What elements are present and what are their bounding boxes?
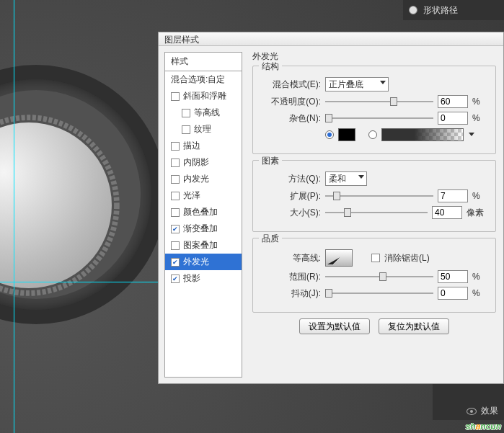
technique-label: 方法(Q): <box>262 173 321 185</box>
gear-teeth-icon <box>0 114 120 297</box>
style-checkbox[interactable] <box>182 125 190 134</box>
watermark: shancun <box>466 416 501 433</box>
size-input[interactable] <box>432 206 462 219</box>
style-checkbox[interactable] <box>171 175 180 184</box>
noise-slider[interactable] <box>325 112 433 125</box>
guide-vertical <box>14 0 14 433</box>
size-label: 大小(S): <box>262 207 321 219</box>
jitter-slider[interactable] <box>325 287 433 300</box>
contour-picker[interactable] <box>325 249 353 267</box>
range-slider[interactable] <box>325 270 433 283</box>
dialog-title: 图层样式 <box>159 32 503 46</box>
style-label: 等高线 <box>194 107 220 119</box>
elements-group: 图素 方法(Q): 柔和 扩展(P): % 大小(S): 像素 <box>252 160 496 232</box>
size-slider[interactable] <box>325 206 428 219</box>
style-checkbox[interactable] <box>171 208 180 217</box>
style-row[interactable]: 内发光 <box>165 171 242 187</box>
range-unit: % <box>472 272 487 282</box>
layers-panel-stub: 效果 <box>433 384 504 420</box>
range-label: 范围(R): <box>262 271 321 283</box>
effect-title: 外发光 <box>252 50 496 63</box>
jitter-label: 抖动(J): <box>262 287 321 300</box>
spread-slider[interactable] <box>325 189 433 202</box>
style-label: 内阴影 <box>183 156 209 169</box>
structure-group: 结构 混合模式(E): 正片叠底 不透明度(O): % 杂色(N): % <box>252 66 496 154</box>
size-unit: 像素 <box>467 207 487 219</box>
style-label: 描边 <box>183 140 200 152</box>
style-label: 内发光 <box>183 173 209 185</box>
style-label: 投影 <box>183 272 200 285</box>
style-label: 颜色叠加 <box>183 206 218 218</box>
antialias-checkbox[interactable] <box>371 254 380 262</box>
opacity-label: 不透明度(O): <box>262 96 321 108</box>
chevron-down-icon <box>380 81 386 84</box>
options-bar: 形状路径 <box>403 0 504 20</box>
color-radio[interactable] <box>325 130 334 139</box>
style-label: 光泽 <box>183 189 200 202</box>
spread-input[interactable] <box>438 189 468 202</box>
style-row[interactable]: ✔外发光 <box>165 254 242 270</box>
style-checkbox[interactable]: ✔ <box>171 225 180 233</box>
opacity-input[interactable] <box>438 95 468 108</box>
visibility-icon[interactable] <box>467 408 477 415</box>
structure-label: 结构 <box>259 61 282 73</box>
style-checkbox[interactable]: ✔ <box>171 274 180 283</box>
style-row[interactable]: 纹理 <box>165 121 242 138</box>
blending-options-row[interactable]: 混合选项:自定 <box>165 71 242 88</box>
range-input[interactable] <box>438 270 468 283</box>
fill-swatch-icon[interactable] <box>409 6 417 14</box>
blend-mode-label: 混合模式(E): <box>262 79 321 91</box>
layer-style-dialog: 图层样式 样式 混合选项:自定 斜面和浮雕等高线纹理描边内阴影内发光光泽颜色叠加… <box>158 32 504 384</box>
style-list: 样式 混合选项:自定 斜面和浮雕等高线纹理描边内阴影内发光光泽颜色叠加✔渐变叠加… <box>164 52 242 378</box>
style-row[interactable]: 斜面和浮雕 <box>165 88 242 104</box>
gradient-radio[interactable] <box>368 130 377 139</box>
style-label: 纹理 <box>194 123 211 135</box>
opacity-slider[interactable] <box>325 95 433 108</box>
style-row[interactable]: 描边 <box>165 138 242 154</box>
style-checkbox[interactable] <box>182 109 190 117</box>
effects-label: 效果 <box>481 405 498 417</box>
quality-label: 品质 <box>259 233 282 245</box>
chevron-down-icon <box>358 175 364 179</box>
style-checkbox[interactable] <box>171 192 180 200</box>
style-label: 外发光 <box>183 256 209 268</box>
style-label: 图案叠加 <box>183 239 218 251</box>
style-checkbox[interactable]: ✔ <box>171 258 180 267</box>
spread-label: 扩展(P): <box>262 190 321 202</box>
blend-mode-select[interactable]: 正片叠底 <box>325 77 389 91</box>
style-label: 斜面和浮雕 <box>183 90 226 102</box>
style-checkbox[interactable] <box>171 159 180 167</box>
make-default-button[interactable]: 设置为默认值 <box>299 318 370 334</box>
svg-point-0 <box>0 117 117 293</box>
noise-unit: % <box>472 113 487 123</box>
antialias-label: 消除锯齿(L) <box>384 252 430 264</box>
style-checkbox[interactable] <box>171 92 180 101</box>
contour-label: 等高线: <box>262 252 321 264</box>
reset-default-button[interactable]: 复位为默认值 <box>379 318 449 334</box>
effect-settings-pane: 外发光 结构 混合模式(E): 正片叠底 不透明度(O): % 杂色(N): <box>242 46 503 383</box>
spread-unit: % <box>472 191 487 201</box>
gear-shape <box>0 122 112 288</box>
jitter-input[interactable] <box>438 287 468 300</box>
style-row[interactable]: 等高线 <box>165 104 242 121</box>
style-row[interactable]: ✔渐变叠加 <box>165 220 242 237</box>
elements-label: 图素 <box>259 155 282 167</box>
opacity-unit: % <box>472 97 487 107</box>
glow-gradient-picker[interactable] <box>381 128 464 141</box>
noise-input[interactable] <box>438 112 468 125</box>
jitter-unit: % <box>472 288 487 298</box>
style-checkbox[interactable] <box>171 142 180 151</box>
noise-label: 杂色(N): <box>262 112 321 125</box>
glow-color-swatch[interactable] <box>338 128 355 141</box>
style-checkbox[interactable] <box>171 241 180 250</box>
style-row[interactable]: 图案叠加 <box>165 237 242 254</box>
style-row[interactable]: ✔投影 <box>165 270 242 287</box>
quality-group: 品质 等高线: 消除锯齿(L) 范围(R): % 抖动(J): <box>252 238 496 313</box>
style-label: 渐变叠加 <box>183 223 218 235</box>
style-list-header[interactable]: 样式 <box>165 53 242 71</box>
style-row[interactable]: 内阴影 <box>165 154 242 171</box>
technique-select[interactable]: 柔和 <box>325 171 367 186</box>
style-row[interactable]: 光泽 <box>165 187 242 204</box>
style-row[interactable]: 颜色叠加 <box>165 204 242 220</box>
chevron-down-icon <box>469 133 474 136</box>
